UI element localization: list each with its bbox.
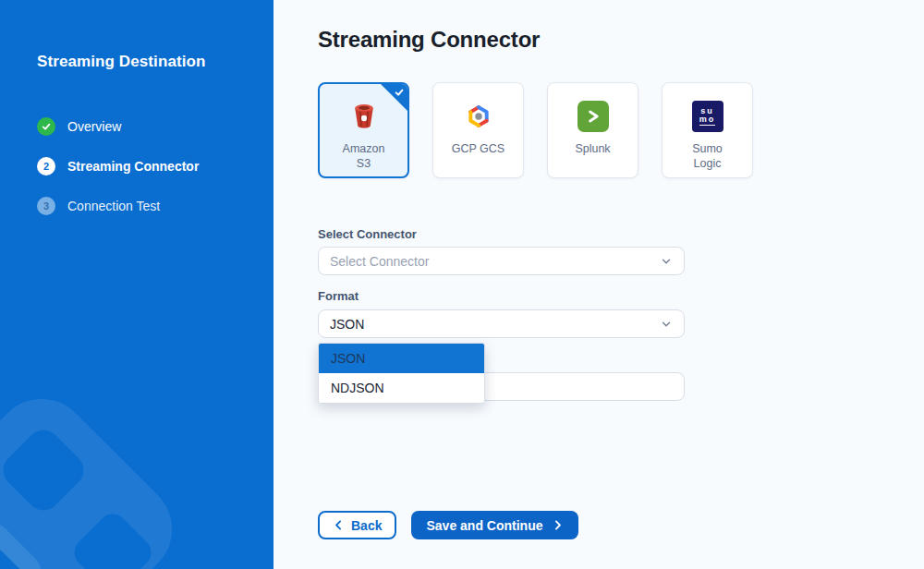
connector-card-label: Sumo Logic [680,141,736,172]
main-panel: Streaming Connector Amazon S3 [274,0,924,569]
select-connector-label: Select Connector [318,227,417,241]
format-options-menu: JSON NDJSON [318,343,485,404]
wizard-actions: Back Save and Continue [318,511,578,539]
menu-option-ndjson[interactable]: NDJSON [319,373,484,403]
splunk-icon [578,99,609,134]
check-circle-icon [37,117,55,136]
step-number-badge: 2 [37,157,55,176]
back-button[interactable]: Back [318,511,396,539]
step-connection-test[interactable]: 3 Connection Test [37,197,199,215]
selected-check-icon [394,87,405,98]
connector-card-splunk[interactable]: Splunk [547,82,638,178]
connector-card-label: Amazon S3 [336,141,392,172]
step-label: Streaming Connector [67,159,199,174]
chevron-down-icon [660,318,673,331]
select-connector-placeholder: Select Connector [330,254,429,269]
save-and-continue-button[interactable]: Save and Continue [411,511,578,539]
save-button-label: Save and Continue [426,518,542,533]
connector-card-gcp-gcs[interactable]: GCP GCS [432,82,524,178]
connector-card-amazon-s3[interactable]: Amazon S3 [318,82,409,178]
step-label: Overview [67,119,121,134]
wizard-sidebar: Streaming Destination Overview 2 Streami… [0,0,274,569]
amazon-s3-icon [348,99,380,134]
back-button-label: Back [351,518,382,533]
step-number-badge: 3 [37,197,55,215]
connector-card-label: GCP GCS [452,141,505,156]
connector-card-list: Amazon S3 GCP GCS [318,82,753,178]
chevron-right-icon [552,519,564,531]
sidebar-title: Streaming Destination [37,53,206,71]
format-label: Format [318,289,359,303]
chevron-left-icon [333,519,345,531]
gcp-gcs-icon [462,99,495,134]
step-streaming-connector[interactable]: 2 Streaming Connector [37,157,199,176]
step-overview[interactable]: Overview [37,117,199,136]
connector-card-sumo-logic[interactable]: su mo Sumo Logic [662,82,753,178]
step-label: Connection Test [67,199,160,213]
sumo-logic-icon: su mo [692,99,723,134]
chevron-down-icon [660,255,673,268]
select-connector-dropdown[interactable]: Select Connector [318,247,685,275]
page-title: Streaming Connector [318,27,540,53]
connector-card-label: Splunk [575,141,610,156]
app-window: Streaming Destination Overview 2 Streami… [0,0,924,569]
format-dropdown[interactable]: JSON [318,309,685,338]
sumo-logo-text: mo [699,115,716,126]
format-value: JSON [330,317,364,332]
wizard-steps: Overview 2 Streaming Connector 3 Connect… [37,117,199,236]
menu-option-json[interactable]: JSON [319,344,484,373]
